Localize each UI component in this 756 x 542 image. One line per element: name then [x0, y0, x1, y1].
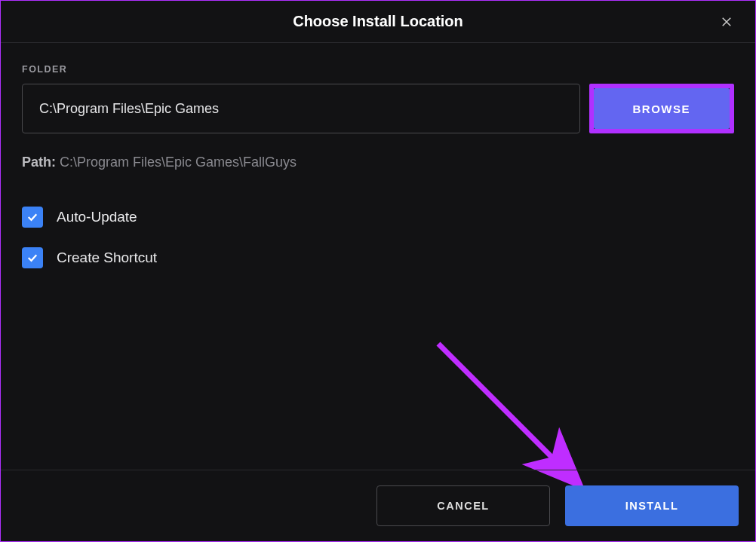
- folder-row: BROWSE: [22, 84, 734, 133]
- create-shortcut-checkbox[interactable]: [22, 247, 43, 268]
- create-shortcut-row: Create Shortcut: [22, 247, 734, 268]
- close-icon: [720, 15, 733, 29]
- checkmark-icon: [26, 251, 39, 265]
- checkmark-icon: [26, 210, 39, 224]
- browse-button[interactable]: BROWSE: [594, 88, 730, 129]
- path-label: Path:: [22, 155, 56, 170]
- close-button[interactable]: [713, 8, 740, 35]
- browse-highlight: BROWSE: [589, 84, 735, 133]
- cancel-button[interactable]: CANCEL: [376, 485, 550, 526]
- auto-update-label: Auto-Update: [57, 209, 137, 225]
- dialog-header: Choose Install Location: [1, 1, 755, 43]
- path-display: Path: C:\Program Files\Epic Games\FallGu…: [22, 155, 734, 170]
- dialog-footer: CANCEL INSTALL: [1, 470, 755, 541]
- auto-update-checkbox[interactable]: [22, 207, 43, 228]
- dialog-title: Choose Install Location: [293, 13, 463, 30]
- path-value: C:\Program Files\Epic Games\FallGuys: [60, 155, 297, 170]
- auto-update-row: Auto-Update: [22, 207, 734, 228]
- create-shortcut-label: Create Shortcut: [57, 250, 157, 266]
- install-button[interactable]: INSTALL: [565, 485, 739, 526]
- folder-input[interactable]: [22, 84, 580, 133]
- dialog-body: FOLDER BROWSE Path: C:\Program Files\Epi…: [1, 43, 755, 268]
- folder-label: FOLDER: [22, 64, 734, 75]
- svg-line-0: [438, 344, 567, 472]
